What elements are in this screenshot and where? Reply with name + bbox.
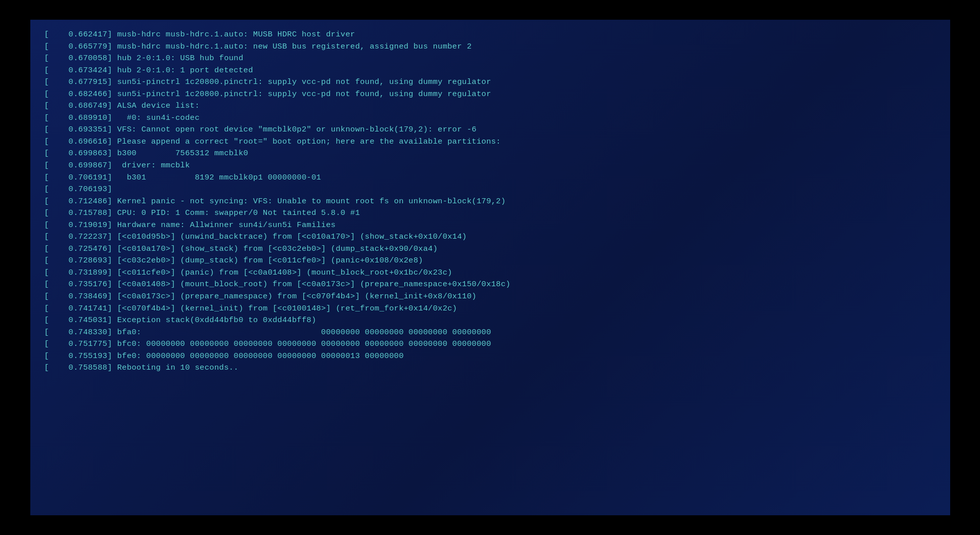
log-line: [ 0.677915] sun5i-pinctrl 1c20800.pinctr… (44, 76, 936, 88)
log-line: [ 0.738469] [<c0a0173c>] (prepare_namesp… (44, 291, 936, 303)
log-line: [ 0.682466] sun5i-pinctrl 1c20800.pinctr… (44, 88, 936, 101)
log-line: [ 0.699867] driver: mmcblk (44, 160, 936, 172)
log-line: [ 0.745031] Exception stack(0xdd44bfb0 t… (44, 315, 936, 327)
log-line: [ 0.693351] VFS: Cannot open root device… (44, 124, 936, 136)
log-line: [ 0.722237] [<c010d95b>] (unwind_backtra… (44, 231, 936, 243)
log-line: [ 0.662417] musb-hdrc musb-hdrc.1.auto: … (44, 29, 936, 41)
log-line: [ 0.748330] bfa0: 00000000 00000000 0000… (44, 327, 936, 339)
log-line: [ 0.670058] hub 2-0:1.0: USB hub found (44, 53, 936, 65)
log-line: [ 0.706193] (44, 184, 936, 196)
terminal-screen: [ 0.662417] musb-hdrc musb-hdrc.1.auto: … (30, 20, 950, 515)
log-line: [ 0.686749] ALSA device list: (44, 100, 936, 112)
log-line: [ 0.755193] bfe0: 00000000 00000000 0000… (44, 350, 936, 363)
log-line: [ 0.689910] #0: sun4i-codec (44, 112, 936, 124)
log-line: [ 0.673424] hub 2-0:1.0: 1 port detected (44, 65, 936, 77)
log-line: [ 0.751775] bfc0: 00000000 00000000 0000… (44, 338, 936, 350)
log-line: [ 0.758588] Rebooting in 10 seconds.. (44, 362, 936, 374)
log-line: [ 0.696616] Please append a correct "roo… (44, 136, 936, 148)
log-line: [ 0.706191] b301 8192 mmcblk0p1 00000000… (44, 172, 936, 184)
log-line: [ 0.741741] [<c070f4b4>] (kernel_init) f… (44, 303, 936, 315)
log-line: [ 0.735176] [<c0a01408>] (mount_block_ro… (44, 279, 936, 291)
log-line: [ 0.715788] CPU: 0 PID: 1 Comm: swapper/… (44, 207, 936, 219)
log-line: [ 0.728693] [<c03c2eb0>] (dump_stack) fr… (44, 255, 936, 267)
log-line: [ 0.712486] Kernel panic - not syncing: … (44, 196, 936, 208)
log-line: [ 0.665779] musb-hdrc musb-hdrc.1.auto: … (44, 41, 936, 53)
log-line: [ 0.725476] [<c010a170>] (show_stack) fr… (44, 243, 936, 255)
log-line: [ 0.719019] Hardware name: Allwinner sun… (44, 219, 936, 232)
log-line: [ 0.731899] [<c011cfe0>] (panic) from [<… (44, 267, 936, 279)
log-line: [ 0.699863] b300 7565312 mmcblk0 (44, 148, 936, 160)
